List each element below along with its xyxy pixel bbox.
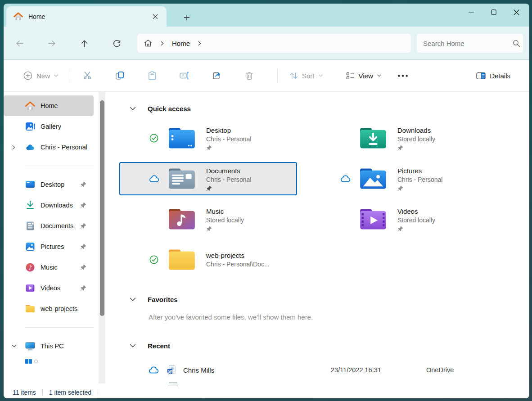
forward-icon[interactable] (43, 34, 61, 52)
sort-arrows-icon (289, 72, 298, 80)
pin-icon (80, 223, 86, 229)
details-button[interactable]: Details (471, 66, 516, 86)
status-bar: 11 items 1 item selected (4, 386, 529, 398)
desktop-icon (25, 180, 35, 189)
section-header-recent[interactable]: Recent (104, 339, 529, 352)
tab-close-icon[interactable] (149, 11, 161, 23)
music-folder-icon (168, 208, 196, 230)
section-title: Favorites (148, 296, 178, 303)
favorites-empty-message: After you’ve favorited some files, we’ll… (149, 313, 529, 321)
sort-button-label: Sort (302, 72, 315, 80)
sidebar-item-videos[interactable]: Videos (4, 278, 94, 298)
paste-icon[interactable] (141, 66, 163, 86)
chevron-right-icon[interactable] (10, 145, 25, 150)
chevron-down-icon[interactable] (10, 344, 25, 348)
breadcrumb[interactable]: Home (137, 34, 411, 53)
search-box[interactable] (417, 34, 523, 53)
sidebar-item-downloads[interactable]: Downloads (4, 195, 94, 216)
videos-icon (25, 283, 35, 293)
pin-icon (80, 181, 86, 188)
recent-file-name: Chris Mills (183, 366, 214, 374)
section-header-quick-access[interactable]: Quick access (104, 102, 529, 115)
rename-icon[interactable]: A (174, 66, 195, 86)
sidebar-item-partial-drive[interactable] (25, 359, 104, 365)
more-options-icon[interactable] (392, 66, 414, 86)
search-icon[interactable] (513, 40, 520, 47)
sidebar-item-onedrive[interactable]: Chris - Personal (4, 137, 94, 158)
sidebar-item-gallery[interactable]: Gallery (4, 116, 94, 137)
section-header-favorites[interactable]: Favorites (104, 293, 529, 306)
maximize-button[interactable] (482, 4, 505, 21)
search-input[interactable] (423, 40, 513, 47)
tab-home[interactable]: Home (6, 6, 167, 27)
pin-icon (397, 226, 435, 232)
item-location: Chris - Personal (206, 176, 251, 184)
sync-status-synced-icon (148, 133, 160, 143)
pin-icon (80, 202, 86, 208)
sidebar-item-home[interactable]: Home (4, 95, 94, 116)
close-button[interactable] (505, 4, 527, 21)
chevron-down-icon (319, 74, 323, 77)
chevron-down-icon[interactable] (130, 107, 137, 111)
sidebar-item-music[interactable]: ♪ Music (4, 257, 94, 278)
pin-icon (206, 226, 244, 232)
refresh-icon[interactable] (108, 34, 126, 52)
pin-icon (80, 264, 86, 270)
quick-access-item-videos[interactable]: Videos Stored locally (311, 203, 488, 236)
quick-access-item-desktop[interactable]: Desktop Chris - Personal (119, 122, 297, 155)
navigation-bar: Home (4, 27, 529, 60)
section-title: Quick access (148, 105, 191, 113)
sidebar-item-web-projects[interactable]: web-projects (4, 298, 94, 319)
item-name: web-projects (206, 251, 270, 260)
new-button[interactable]: New (18, 66, 63, 86)
word-document-icon: W (167, 365, 176, 375)
item-location: Chris - Personal\Doc... (206, 260, 270, 269)
quick-access-grid: Desktop Chris - Personal (119, 122, 529, 276)
command-toolbar: New (4, 60, 529, 92)
status-divider (98, 389, 98, 396)
sync-status-synced-icon (148, 255, 160, 265)
recent-file-date: 23/11/2022 16:31 (331, 366, 381, 374)
item-name: Pictures (397, 167, 442, 176)
quick-access-item-web-projects[interactable]: web-projects Chris - Personal\Doc... (119, 243, 297, 276)
sidebar-item-this-pc[interactable]: This PC (4, 336, 94, 356)
sort-button[interactable]: Sort (284, 66, 328, 86)
quick-access-item-downloads[interactable]: Downloads Stored locally (311, 122, 488, 155)
sidebar-item-desktop[interactable]: Desktop (4, 174, 94, 195)
content-pane: Quick access (104, 92, 529, 386)
up-icon[interactable] (75, 34, 93, 52)
view-button[interactable]: View (341, 66, 387, 86)
details-pane-icon (476, 72, 486, 80)
sync-status-cloud-icon (339, 175, 351, 183)
quick-access-item-documents[interactable]: Documents Chris - Personal (119, 162, 297, 195)
recent-file-row[interactable]: W Chris Mills 23/11/2022 16:31 OneDrive (104, 362, 529, 378)
documents-icon (25, 221, 35, 231)
recent-file-row-partial[interactable] (169, 382, 177, 386)
desktop-folder-icon (168, 127, 196, 149)
chevron-right-icon[interactable] (198, 41, 202, 46)
delete-icon[interactable] (239, 66, 260, 86)
sidebar-item-pictures[interactable]: Pictures (4, 236, 94, 257)
copy-icon[interactable] (109, 66, 131, 86)
home-icon (25, 101, 35, 111)
sidebar-item-documents[interactable]: Documents (4, 216, 94, 236)
item-location: Stored locally (206, 216, 244, 225)
pin-icon (206, 145, 251, 151)
minimize-button[interactable] (460, 4, 482, 21)
share-icon[interactable] (206, 66, 228, 86)
item-name: Downloads (397, 126, 435, 135)
view-layout-icon (346, 72, 355, 80)
svg-text:A: A (182, 73, 185, 78)
breadcrumb-item-home[interactable]: Home (172, 40, 190, 47)
back-icon[interactable] (10, 34, 28, 52)
quick-access-item-music[interactable]: Music Stored locally (119, 203, 297, 236)
downloads-folder-icon (359, 127, 387, 149)
new-tab-button[interactable] (180, 12, 194, 23)
breadcrumb-home-icon[interactable] (144, 39, 153, 48)
quick-access-item-pictures[interactable]: Pictures Chris - Personal (311, 162, 488, 195)
svg-text:♪: ♪ (28, 264, 32, 271)
chevron-down-icon[interactable] (130, 344, 137, 348)
cut-icon[interactable] (77, 66, 98, 86)
documents-folder-icon (168, 167, 196, 190)
chevron-down-icon[interactable] (130, 297, 137, 302)
